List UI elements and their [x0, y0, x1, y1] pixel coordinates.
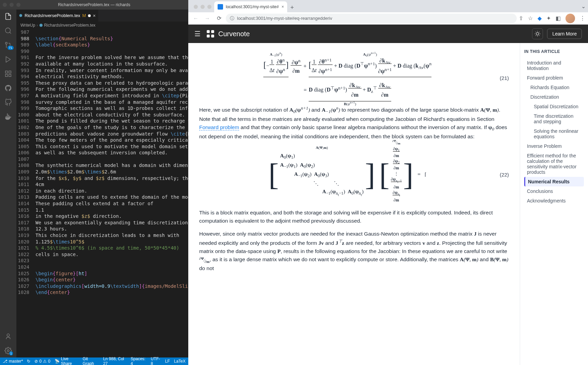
- toolbar: ← → ⟳ ⓘ localhost:3001/my-myst-site#eq-r…: [188, 12, 588, 25]
- chevron-down-icon[interactable]: ⌄: [578, 3, 588, 12]
- equation-21: A−1(ψn) [−1Δt ∂θn∂ψn] ∂ψn∂m + A0(ψn+1) […: [199, 57, 509, 99]
- svg-line-1: [10, 32, 11, 33]
- docker-icon[interactable]: [4, 113, 12, 121]
- status-bar: ⎇ master* ↻ ⊘ 0 ⚠ 0 📡 Live Share Git Gra…: [0, 357, 188, 365]
- tab-dirty-dot: [88, 14, 91, 17]
- breadcrumb[interactable]: WriteUp › ⬢ RichardsInverseProblem.tex: [16, 22, 188, 29]
- profile-avatar[interactable]: [565, 14, 575, 23]
- toc-item[interactable]: Numerical Results: [524, 177, 584, 186]
- forward-problem-link[interactable]: Forward problem: [199, 124, 239, 130]
- paragraph-1: Here, we use the subscript notation of A…: [199, 105, 509, 141]
- brand[interactable]: Curvenote: [206, 29, 250, 38]
- line-gutter: 9879889899909919929939949959969979989991…: [16, 29, 35, 357]
- toc-item[interactable]: Inverse Problem: [524, 141, 584, 151]
- forward-button[interactable]: →: [203, 14, 212, 23]
- new-tab-button[interactable]: +: [287, 3, 297, 12]
- close-window-icon[interactable]: [3, 3, 7, 7]
- svg-line-19: [536, 32, 536, 32]
- cursor-position[interactable]: Ln 988, Col 27: [103, 356, 127, 365]
- remote-icon[interactable]: [4, 98, 12, 107]
- site-info-icon[interactable]: ⓘ: [230, 15, 234, 22]
- svg-line-24: [539, 32, 540, 32]
- equation-21-content: A−1(ψn) [−1Δt ∂θn∂ψn] ∂ψn∂m + A0(ψn+1) […: [199, 57, 496, 99]
- toc-item[interactable]: Richards Equation: [524, 83, 584, 92]
- encoding-setting[interactable]: UTF-8: [151, 356, 161, 365]
- run-debug-icon[interactable]: [4, 55, 12, 64]
- svg-marker-5: [6, 57, 11, 62]
- minimize-window-icon[interactable]: [201, 5, 205, 9]
- explorer-icon[interactable]: [4, 12, 12, 20]
- gitgraph-button[interactable]: Git Graph: [83, 356, 99, 365]
- browser-chrome: localhost:3001/my-myst-site# × + ⌄ ← → ⟳…: [188, 0, 588, 25]
- account-icon[interactable]: [4, 332, 12, 340]
- minimize-window-icon[interactable]: [10, 3, 14, 7]
- tex-file-icon: ⬢: [39, 23, 43, 28]
- svg-rect-12: [207, 30, 210, 33]
- language-mode[interactable]: LaTeX: [174, 356, 186, 365]
- tab-modified-indicator: M: [82, 13, 86, 18]
- article-content[interactable]: A−1(ψn) [−1Δt ∂θn∂ψn] ∂ψn∂m + A0(ψn+1) […: [188, 43, 520, 365]
- equation-22-content: A(Ψ,m) [ A0(ψ1) A−1(ψ1) A0(ψ2) A−1(ψ2) A…: [199, 146, 496, 203]
- source-control-icon[interactable]: 71: [4, 41, 12, 49]
- indent-setting[interactable]: Spaces: 4: [131, 356, 147, 365]
- toc-item[interactable]: Conclusions: [524, 186, 584, 196]
- github-icon[interactable]: [4, 84, 12, 92]
- code-editor[interactable]: 9879889899909919929939949959969979989991…: [16, 29, 188, 357]
- tab-richards-inverse[interactable]: ⬢ RichardsInverseProblem.tex M ×: [16, 10, 99, 22]
- extensions-icon[interactable]: [4, 70, 12, 78]
- maximize-window-icon[interactable]: [207, 5, 211, 9]
- close-tab-icon[interactable]: ×: [281, 4, 284, 9]
- toc-item[interactable]: Spatial Discretization: [524, 102, 584, 111]
- breadcrumb-file[interactable]: RichardsInverseProblem.tex: [44, 23, 95, 28]
- git-branch[interactable]: ⎇ master*: [3, 359, 23, 364]
- toc-item[interactable]: Time discretization and stepping: [524, 111, 584, 126]
- learn-more-button[interactable]: Learn More: [547, 29, 582, 39]
- toc-heading: IN THIS ARTICLE: [524, 49, 584, 54]
- bookmark-icon[interactable]: ☆: [528, 15, 533, 22]
- reload-button[interactable]: ⟳: [214, 14, 224, 23]
- code-content[interactable]: \section{Numerical Results}\label{secExa…: [35, 29, 188, 357]
- settings-icon[interactable]: 1: [4, 347, 12, 355]
- toc-item[interactable]: Forward problem: [524, 73, 584, 83]
- theme-toggle-button[interactable]: [532, 28, 543, 39]
- close-window-icon[interactable]: [194, 5, 198, 9]
- browser-window-controls[interactable]: [191, 5, 214, 12]
- close-icon[interactable]: ×: [93, 13, 95, 18]
- problems-indicator[interactable]: ⊘ 0 ⚠ 0: [34, 359, 50, 364]
- extensions-puzzle-icon[interactable]: ✦: [546, 15, 551, 22]
- vscode-window: RichardsInverseProblem.tex — richards 71: [0, 0, 188, 365]
- vscode-titlebar: RichardsInverseProblem.tex — richards: [0, 0, 188, 10]
- toc-item[interactable]: Acknowledgments: [524, 196, 584, 206]
- svg-point-3: [5, 42, 8, 44]
- address-bar[interactable]: ⓘ localhost:3001/my-myst-site#eq-rearran…: [226, 14, 517, 23]
- search-icon[interactable]: [4, 27, 12, 35]
- menu-icon[interactable]: ⋮: [580, 15, 585, 22]
- svg-point-10: [7, 334, 9, 336]
- toc-item[interactable]: Solving the nonlinear equations: [524, 126, 584, 141]
- browser-tab[interactable]: localhost:3001/my-myst-site# ×: [214, 1, 287, 12]
- sync-icon[interactable]: ↻: [27, 359, 30, 364]
- back-button[interactable]: ←: [191, 14, 201, 23]
- paragraph-3: However, since only matrix vector produc…: [199, 230, 509, 272]
- window-controls[interactable]: [3, 3, 20, 7]
- menu-hamburger-icon[interactable]: ☰: [194, 30, 201, 38]
- svg-point-11: [7, 350, 9, 352]
- breadcrumb-folder[interactable]: WriteUp: [20, 23, 35, 28]
- activity-bar: 71: [0, 10, 16, 357]
- maximize-window-icon[interactable]: [16, 3, 20, 7]
- toc-item[interactable]: Introduction and Motivation: [524, 58, 584, 73]
- editor-tabs: ⬢ RichardsInverseProblem.tex M ×: [16, 10, 188, 22]
- browser-tab-title: localhost:3001/my-myst-site#: [226, 4, 279, 9]
- liveshare-button[interactable]: 📡 Live Share: [55, 356, 79, 365]
- sun-icon: [534, 31, 541, 37]
- sidepanel-icon[interactable]: ◧: [556, 15, 561, 22]
- toc-item[interactable]: Efficient method for the calculation of …: [524, 151, 584, 177]
- svg-rect-9: [9, 74, 11, 76]
- settings-badge: 1: [9, 351, 13, 355]
- toc-item[interactable]: Discretization: [524, 92, 584, 102]
- eol-setting[interactable]: LF: [165, 356, 170, 365]
- extension-icon[interactable]: ◆: [538, 15, 542, 22]
- share-icon[interactable]: ⇪: [519, 15, 523, 22]
- svg-rect-7: [9, 71, 11, 73]
- browser-window: localhost:3001/my-myst-site# × + ⌄ ← → ⟳…: [188, 0, 588, 365]
